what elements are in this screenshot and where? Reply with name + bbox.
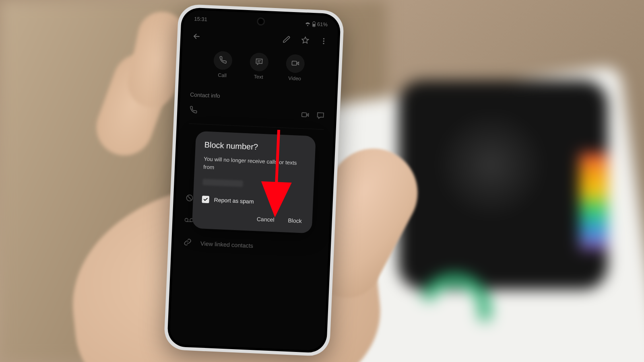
block-number-dialog: Block number? You will no longer receive… <box>192 131 316 233</box>
checkbox-checked-icon <box>202 195 209 203</box>
checkbox-label: Report as spam <box>214 196 254 204</box>
phone-device: 15:31 61% <box>163 4 344 356</box>
dialog-title: Block number? <box>204 140 307 154</box>
report-spam-checkbox-row[interactable]: Report as spam <box>202 195 304 207</box>
redacted-phone-number <box>202 179 243 187</box>
dialog-body: You will no longer receive calls or text… <box>203 155 306 176</box>
phone-screen: 15:31 61% <box>169 10 339 351</box>
block-button[interactable]: Block <box>286 214 304 227</box>
cancel-button[interactable]: Cancel <box>255 212 276 226</box>
